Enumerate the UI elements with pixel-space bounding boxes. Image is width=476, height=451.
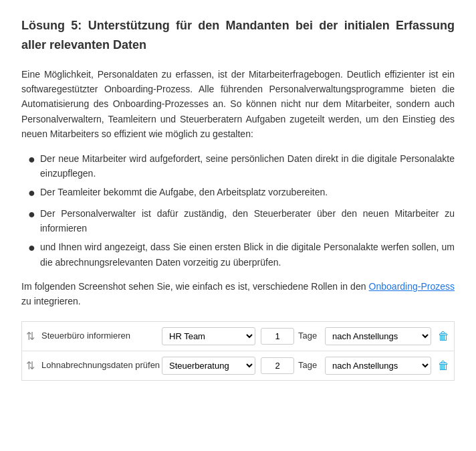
days-input-1[interactable] <box>261 357 294 374</box>
list-item: ●Der neue Mitarbeiter wird aufgefordert,… <box>28 151 455 181</box>
timing-select-1[interactable]: nach Anstellungs <box>325 357 431 375</box>
bullet-text: und Ihnen wird angezeigt, dass Sie einen… <box>40 240 455 270</box>
table-row: ⇅Lohnabrechnungsdaten prüfenHR TeamSteue… <box>22 351 454 380</box>
list-item: ●und Ihnen wird angezeigt, dass Sie eine… <box>28 240 455 270</box>
delete-icon-0[interactable]: 🗑 <box>437 327 450 345</box>
bullet-text: Der Personalverwalter ist dafür zuständi… <box>40 206 455 236</box>
followup-text: Im folgenden Screenshot sehen Sie, wie e… <box>21 279 455 309</box>
onboarding-tasks-table: ⇅Steuerbüro informierenHR TeamSteuerbera… <box>21 321 455 381</box>
onboarding-prozess-link[interactable]: Onboarding-Prozess <box>369 281 455 292</box>
table-row: ⇅Steuerbüro informierenHR TeamSteuerbera… <box>22 322 454 351</box>
followup-after-link: zu integrieren. <box>21 296 81 306</box>
bullet-text: Der Teamleiter bekommt die Aufgabe, den … <box>40 185 455 199</box>
delete-icon-1[interactable]: 🗑 <box>437 357 450 375</box>
list-item: ●Der Personalverwalter ist dafür zuständ… <box>28 206 455 236</box>
followup-before-link: Im folgenden Screenshot sehen Sie, wie e… <box>21 281 369 292</box>
bullet-dot: ● <box>28 151 40 168</box>
task-label-1: Lohnabrechnungsdaten prüfen <box>41 359 162 373</box>
drag-handle-icon[interactable]: ⇅ <box>26 357 35 375</box>
tage-label-0: Tage <box>298 329 321 343</box>
role-select-0[interactable]: HR TeamSteuerberatungTeamleiterPersonalv… <box>162 327 255 345</box>
bullet-dot: ● <box>28 206 40 223</box>
bullet-dot: ● <box>28 240 40 256</box>
tage-label-1: Tage <box>298 359 321 373</box>
role-select-1[interactable]: HR TeamSteuerberatungTeamleiterPersonalv… <box>162 357 255 375</box>
intro-paragraph: Eine Möglichkeit, Personaldaten zu erfas… <box>21 67 455 142</box>
bullet-text: Der neue Mitarbeiter wird aufgefordert, … <box>40 151 455 181</box>
drag-handle-icon[interactable]: ⇅ <box>26 328 35 345</box>
task-label-0: Steuerbüro informieren <box>41 329 162 343</box>
page-title: Lösung 5: Unterstützung für den Mandante… <box>21 16 455 55</box>
bullet-dot: ● <box>28 185 40 201</box>
bullet-list: ●Der neue Mitarbeiter wird aufgefordert,… <box>28 151 455 270</box>
days-input-0[interactable] <box>261 328 294 345</box>
timing-select-0[interactable]: nach Anstellungs <box>325 327 431 345</box>
list-item: ●Der Teamleiter bekommt die Aufgabe, den… <box>28 185 455 201</box>
